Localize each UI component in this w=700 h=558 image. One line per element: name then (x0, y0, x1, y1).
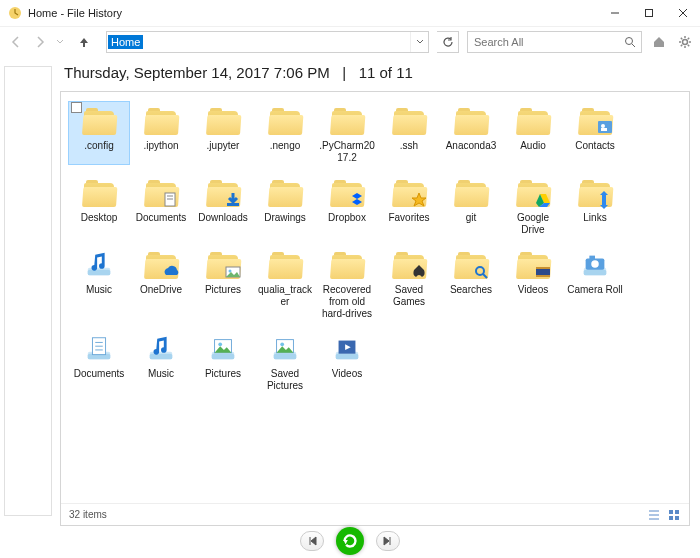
file-item[interactable]: Contacts (565, 102, 625, 164)
item-label: Searches (450, 284, 492, 296)
folder-icon (451, 176, 491, 210)
folder-icon (265, 176, 305, 210)
file-item[interactable]: .jupyter (193, 102, 253, 164)
item-label: Saved Pictures (256, 368, 314, 392)
file-item[interactable]: Searches (441, 246, 501, 320)
folder-icon (79, 104, 119, 138)
file-item[interactable]: .ipython (131, 102, 191, 164)
folder-icon (327, 248, 367, 282)
file-item[interactable]: Recovered from old hard-drives (317, 246, 377, 320)
svg-line-6 (632, 44, 635, 47)
folder-onedrive-icon (141, 248, 181, 282)
file-item[interactable]: Pictures (193, 246, 253, 320)
file-item[interactable]: Documents (69, 330, 129, 392)
svg-point-53 (280, 342, 284, 346)
svg-rect-62 (669, 516, 673, 520)
next-version-button[interactable] (376, 531, 400, 551)
file-item[interactable]: .ssh (379, 102, 439, 164)
item-label: Drawings (264, 212, 306, 224)
icons-view-button[interactable] (667, 508, 681, 522)
folder-downloads-icon (203, 176, 243, 210)
file-item[interactable]: Saved Games (379, 246, 439, 320)
file-item[interactable]: Audio (503, 102, 563, 164)
file-item[interactable]: Videos (317, 330, 377, 392)
address-bar[interactable]: Home (106, 31, 429, 53)
file-item[interactable]: Music (131, 330, 191, 392)
up-button[interactable] (74, 32, 94, 52)
item-label: Favorites (388, 212, 429, 224)
checkbox-icon[interactable] (71, 102, 82, 113)
file-item[interactable]: .nengo (255, 102, 315, 164)
file-item[interactable]: Desktop (69, 174, 129, 236)
file-item[interactable]: Saved Pictures (255, 330, 315, 392)
forward-button[interactable] (30, 32, 50, 52)
app-icon (8, 6, 22, 20)
file-item[interactable]: .PyCharm2017.2 (317, 102, 377, 164)
svg-point-5 (626, 37, 633, 44)
svg-rect-51 (274, 354, 297, 360)
file-item[interactable]: Google Drive (503, 174, 563, 236)
item-label: Pictures (205, 284, 241, 296)
file-item[interactable]: Anaconda3 (441, 102, 501, 164)
file-item[interactable]: Videos (503, 246, 563, 320)
back-button[interactable] (6, 32, 26, 52)
file-item[interactable]: .config (69, 102, 129, 164)
close-button[interactable] (666, 0, 700, 26)
svg-rect-2 (646, 10, 653, 17)
item-label: OneDrive (140, 284, 182, 296)
gear-icon[interactable] (676, 33, 694, 51)
file-item[interactable]: Links (565, 174, 625, 236)
file-item[interactable]: git (441, 174, 501, 236)
item-count: 32 items (69, 509, 107, 520)
svg-point-28 (476, 267, 484, 275)
address-text: Home (108, 35, 143, 49)
svg-point-7 (683, 39, 688, 44)
file-item[interactable]: Camera Roll (565, 246, 625, 320)
file-item[interactable]: Dropbox (317, 174, 377, 236)
file-item[interactable]: Drawings (255, 174, 315, 236)
address-dropdown-button[interactable] (410, 32, 428, 52)
svg-rect-18 (601, 128, 607, 131)
item-label: Music (86, 284, 112, 296)
left-panel (4, 66, 52, 516)
home-icon[interactable] (650, 33, 668, 51)
restore-button[interactable] (336, 527, 364, 555)
file-item[interactable]: Favorites (379, 174, 439, 236)
item-label: Videos (518, 284, 548, 296)
file-item[interactable]: OneDrive (131, 246, 191, 320)
file-item[interactable]: Documents (131, 174, 191, 236)
maximize-button[interactable] (632, 0, 666, 26)
minimize-button[interactable] (598, 0, 632, 26)
folder-icon (451, 104, 491, 138)
folder-icon (513, 104, 553, 138)
svg-rect-22 (227, 203, 239, 206)
item-label: Videos (332, 368, 362, 380)
lib-music-icon (141, 332, 181, 366)
file-item[interactable]: qualia_tracker (255, 246, 315, 320)
svg-rect-16 (598, 121, 612, 133)
previous-version-button[interactable] (300, 531, 324, 551)
svg-line-3 (679, 9, 687, 17)
folder-icon (389, 104, 429, 138)
svg-rect-60 (669, 510, 673, 514)
details-view-button[interactable] (647, 508, 661, 522)
svg-rect-45 (150, 354, 173, 360)
toolbar: Home (0, 26, 700, 56)
item-label: .PyCharm2017.2 (318, 140, 376, 164)
recent-locations-button[interactable] (54, 32, 66, 52)
svg-rect-37 (589, 256, 595, 260)
items-area[interactable]: .config.ipython.jupyter.nengo.PyCharm201… (61, 92, 689, 503)
svg-rect-31 (536, 267, 550, 269)
svg-rect-32 (536, 275, 550, 277)
refresh-button[interactable] (437, 31, 459, 53)
search-box[interactable] (467, 31, 642, 53)
content-panel: Thursday, September 14, 2017 7:06 PM | 1… (60, 56, 690, 526)
file-item[interactable]: Pictures (193, 330, 253, 392)
file-item[interactable]: Downloads (193, 174, 253, 236)
folder-icon (79, 176, 119, 210)
search-input[interactable] (468, 35, 619, 49)
svg-line-14 (681, 44, 682, 45)
svg-point-17 (601, 124, 605, 128)
file-item[interactable]: Music (69, 246, 129, 320)
svg-rect-61 (675, 510, 679, 514)
